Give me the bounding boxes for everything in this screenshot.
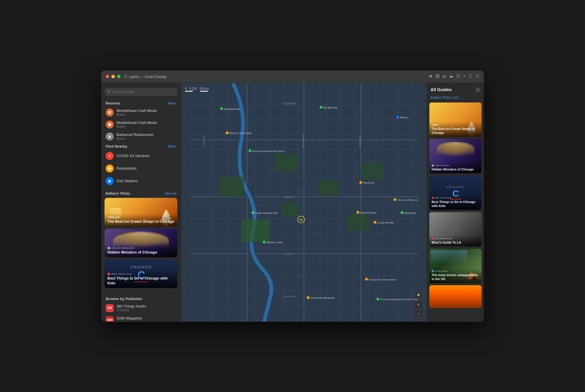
svg-rect-24 — [109, 180, 110, 182]
map-svg: OGDEN AVE FIRST AVE OAK PARK AVE MAPLE A… — [181, 83, 427, 322]
recent-item-1[interactable]: Micklethwait Craft Meats Austin — [101, 106, 181, 118]
window-title: Lyons — Cook County — [124, 75, 166, 79]
search-icon — [107, 90, 111, 94]
svg-point-85 — [359, 181, 362, 184]
recent-item-2[interactable]: Micklethwait Craft Meats Austin — [101, 118, 181, 130]
svg-line-16 — [110, 92, 111, 93]
guide-card-overlay-1: thrillist The Best Ice Cream Shops in Ch… — [105, 214, 177, 226]
svg-point-103 — [376, 297, 379, 300]
nearby-label-covid: COVID-19 Vaccines — [117, 154, 149, 158]
svg-text:Riverside Brookfield High Scho: Riverside Brookfield High School — [252, 150, 285, 152]
svg-rect-25 — [110, 180, 111, 182]
panel-guide-card-4[interactable]: 🎵 Red Bull Records Blxst's Guide To LA — [429, 212, 482, 246]
recents-title: Recents — [106, 101, 120, 105]
publisher-5280[interactable]: 5280 5280 Magazine 3 Guides — [101, 314, 181, 322]
svg-text:Garage Door Opener Repair: Garage Door Opener Repair — [369, 278, 396, 281]
svg-point-93 — [400, 211, 403, 214]
panel-card-overlay-1: thrillist The Best Ice Cream Shops in Ch… — [429, 122, 482, 137]
recent-item-3[interactable]: Barbecue Restaurants Austin — [101, 130, 181, 142]
3d-label[interactable]: 3D — [442, 75, 446, 78]
map-controls: N + − — [414, 291, 423, 318]
grid-icon[interactable] — [436, 74, 440, 79]
svg-text:Chicago Portage National Histo: Chicago Portage National Historic Site — [380, 298, 418, 301]
editors-picks-filter[interactable]: Editors' Picks (12) › — [427, 95, 484, 102]
zoom-out-button[interactable]: − — [414, 309, 423, 318]
recents-more[interactable]: More — [168, 101, 176, 105]
sidebar: Recents More Micklethwait Craft Meats Au… — [101, 83, 181, 322]
svg-rect-67 — [361, 162, 384, 180]
search-bar[interactable] — [105, 88, 177, 96]
find-nearby-more[interactable]: More — [168, 144, 176, 148]
nearby-gas[interactable]: Gas Stations — [101, 175, 181, 187]
guide-card-brand-1: thrillist — [107, 216, 175, 219]
clock-icon[interactable] — [456, 74, 460, 79]
guide-card-atlas[interactable]: Atlas Obscura Hidden Wonders of Chicago — [105, 229, 177, 257]
panel-card-brand-5: lonely planet — [432, 270, 479, 272]
panel-guide-card-5[interactable]: ⛺ lonely planet The most scenic campgrou… — [429, 249, 482, 283]
panel-atlas-circle — [432, 164, 434, 167]
close-button[interactable] — [106, 75, 109, 78]
editors-picks-header: Editors' Picks See All — [101, 190, 181, 198]
guide-card-icecream[interactable]: 🍦 thrillist The Best Ice Cream Shops in … — [105, 198, 177, 226]
find-nearby-header: Find Nearby More — [101, 142, 181, 150]
nearby-icon-covid: + — [106, 152, 114, 160]
panel-guide-card-6[interactable] — [429, 285, 482, 308]
maximize-button[interactable] — [117, 75, 121, 78]
nearby-label-restaurants: Restaurants — [117, 166, 137, 170]
location-icon[interactable] — [429, 74, 433, 79]
svg-text:39TH ST: 39TH ST — [285, 196, 295, 199]
publisher-text-365: 365 Things Austin 2 Guides — [117, 304, 146, 312]
svg-rect-2 — [124, 77, 125, 78]
minimize-button[interactable] — [111, 75, 115, 78]
nearby-covid[interactable]: + COVID-19 Vaccines — [101, 150, 181, 162]
svg-point-107 — [249, 149, 251, 152]
toolbar-icons: 3D + — [429, 74, 479, 79]
find-nearby-title: Find Nearby — [106, 144, 127, 148]
panel-card-overlay-4: Red Bull Records Blxst's Guide To LA — [429, 236, 482, 246]
editors-picks-section: Editors' Picks See All 🍦 thrillist — [101, 187, 181, 293]
svg-point-95 — [251, 211, 254, 214]
search-input[interactable] — [113, 90, 175, 94]
panel-title: All Guides — [430, 87, 452, 92]
panel-guide-card-2[interactable]: Atlas Obscura Hidden Wonders of Chicago — [429, 139, 482, 173]
guide-card-title-2: Hidden Wonders of Chicago — [107, 250, 175, 255]
svg-rect-0 — [124, 75, 125, 76]
nearby-label-gas: Gas Stations — [117, 179, 138, 183]
svg-text:Brookfield Zoo: Brookfield Zoo — [224, 108, 240, 110]
svg-rect-20 — [108, 123, 111, 126]
binoculars-icon[interactable] — [449, 74, 453, 79]
panel-card-title-3: Best Things to Do in Chicago with Kids — [432, 200, 479, 208]
toolbar: 3D + — [429, 74, 479, 79]
right-panel: All Guides × Editors' Picks (12) › 🍦 thr… — [427, 83, 484, 322]
svg-rect-4 — [436, 75, 437, 76]
svg-rect-3 — [126, 77, 127, 78]
guide-card-brand-2: Atlas Obscura — [107, 247, 175, 250]
guide-card-overlay-3: RED TRICYCLE Best Things to Do in Chicag… — [105, 270, 177, 288]
add-icon[interactable]: + — [463, 74, 466, 79]
panel-header: All Guides × — [427, 83, 484, 95]
nearby-restaurants[interactable]: Restaurants — [101, 162, 181, 175]
map-area[interactable]: OGDEN AVE FIRST AVE OAK PARK AVE MAPLE A… — [181, 83, 427, 322]
panel-close-button[interactable]: × — [475, 87, 480, 92]
zoom-in-button[interactable]: + — [414, 300, 423, 309]
svg-text:W 47TH ST: W 47TH ST — [283, 295, 296, 298]
see-all-button[interactable]: See All — [165, 191, 176, 196]
panel-card-brand-3: RED TRICYCLE — [432, 197, 479, 199]
panel-guide-card-3[interactable]: CHICAGO C RED TRICYCLE Best Things to Do… — [429, 176, 482, 210]
publisher-365[interactable]: 365 365 Things Austin 2 Guides — [101, 302, 181, 314]
svg-text:OAK PARK AVE: OAK PARK AVE — [302, 134, 304, 148]
guide-card-chicago[interactable]: CHICAGO C RED TRICYCLE Best Things to Do… — [105, 260, 177, 288]
svg-point-105 — [226, 131, 229, 134]
svg-text:OGDEN AVE: OGDEN AVE — [283, 102, 296, 105]
compass-button[interactable]: N — [414, 291, 423, 299]
svg-text:Bistro at the Grotto: Bistro at the Grotto — [229, 132, 251, 134]
svg-text:FIRST AVE: FIRST AVE — [203, 136, 205, 146]
svg-text:XSport Fitness: XSport Fitness — [360, 211, 376, 214]
settings-icon[interactable] — [475, 74, 479, 79]
browse-publisher-header: Browse by Publisher — [101, 295, 181, 302]
share-icon[interactable] — [468, 74, 472, 79]
recent-text-2: Micklethwait Craft Meats Austin — [117, 120, 157, 128]
panel-guide-card-1[interactable]: 🍦 thrillist The Best Ice Cream Shops in … — [429, 102, 482, 137]
svg-rect-69 — [346, 214, 369, 231]
panel-card-title-1: The Best Ice Cream Shops in Chicago — [432, 127, 479, 135]
